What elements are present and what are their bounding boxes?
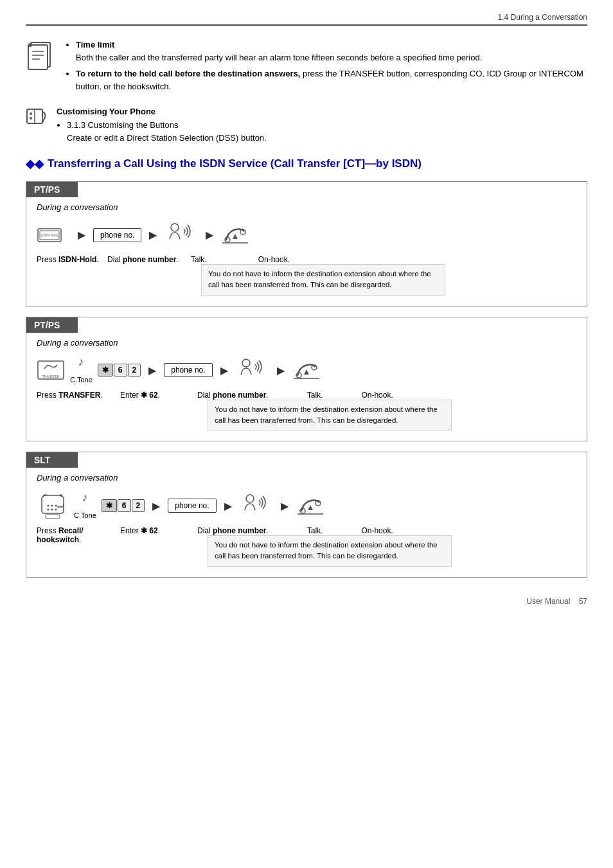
label-press-isdn: Press ISDN-Hold. xyxy=(37,255,101,264)
info-box-2: You do not have to inform the destinatio… xyxy=(208,400,452,431)
star-key-2: ✱ xyxy=(98,364,113,376)
svg-marker-17 xyxy=(233,234,238,239)
key-6-2: 6 xyxy=(114,364,127,376)
key-group-3: ✱ 6 2 xyxy=(102,499,145,512)
label-row-1: Press ISDN-Hold. Dial phone number. Talk… xyxy=(26,255,587,306)
svg-point-30 xyxy=(48,509,49,511)
ctone-label-2: C.Tone xyxy=(70,376,93,384)
note-content: Time limit Both the caller and the trans… xyxy=(66,39,587,96)
note-icon xyxy=(26,39,58,71)
arrow-1b: ▶ xyxy=(149,229,157,241)
talking-person-icon-3 xyxy=(240,492,273,520)
device-label-3: SLT xyxy=(26,452,78,468)
diamond-icons: ◆◆ xyxy=(26,157,44,171)
key-2-3: 2 xyxy=(132,499,145,512)
flow-row-3: ♪ C.Tone ✱ 6 2 ▶ phone no. ▶ ▶ xyxy=(26,485,587,526)
customise-content: Customising Your Phone 3.1.3 Customising… xyxy=(57,107,587,144)
onhook-icon-2 xyxy=(292,358,321,383)
label-press-recall: Press Recall/hookswitch. xyxy=(37,526,120,544)
talk-label-2: Talk. xyxy=(307,391,323,400)
info-box-3: You do not have to inform the destinatio… xyxy=(208,535,452,567)
page-header: 1.4 During a Conversation xyxy=(26,13,587,26)
during-conv-2: During a conversation xyxy=(26,333,587,350)
arrow-3b: ▶ xyxy=(224,500,232,512)
svg-text:♪: ♪ xyxy=(82,492,88,504)
device-block-3: SLT During a conversation xyxy=(26,452,587,578)
label-row-2: Press TRANSFER. Enter ✱ 62. Dial phone n… xyxy=(26,391,587,441)
label-press-transfer: Press TRANSFER. xyxy=(37,391,120,400)
onhook-label-2: On-hook. xyxy=(361,391,393,400)
svg-point-5 xyxy=(28,43,32,47)
svg-marker-25 xyxy=(304,369,309,375)
label-enter-star62-3: Enter ✱ 62. xyxy=(120,526,197,535)
arrow-3c: ▶ xyxy=(281,500,289,512)
bullet1-title: Time limit xyxy=(76,40,114,49)
page-footer: User Manual 57 xyxy=(26,597,587,606)
svg-text:♪: ♪ xyxy=(78,357,84,368)
phone-no-box-2: phone no. xyxy=(164,363,212,377)
footer-text: User Manual xyxy=(526,597,570,606)
star-key-3: ✱ xyxy=(102,499,117,512)
device-label-1: PT/PS xyxy=(26,182,78,197)
dial-label-2: Dial phone number. xyxy=(197,391,269,400)
talking-person-icon-1 xyxy=(164,221,198,249)
svg-point-34 xyxy=(246,495,254,502)
section-heading: ◆◆ Transferring a Call Using the ISDN Se… xyxy=(26,157,587,171)
device-block-1: PT/PS During a conversation (ISDN-Hold) … xyxy=(26,181,587,306)
flow-row-1: (ISDN-Hold) ▶ phone no. ▶ ▶ xyxy=(26,215,587,255)
svg-point-9 xyxy=(30,117,32,120)
dial-label-3: Dial phone number. xyxy=(197,526,269,535)
key-group-2: ✱ 6 2 xyxy=(98,364,141,376)
transfer-icon-2: TRANSFER xyxy=(37,359,65,382)
section-heading-text: Transferring a Call Using the ISDN Servi… xyxy=(48,157,422,170)
svg-rect-1 xyxy=(28,45,48,69)
device-label-2: PT/PS xyxy=(26,317,78,333)
onhook-label-3: On-hook. xyxy=(361,526,393,535)
during-conv-1: During a conversation xyxy=(26,197,587,215)
svg-text:(ISDN-Hold): (ISDN-Hold) xyxy=(40,233,58,237)
svg-point-29 xyxy=(55,505,57,507)
arrow-1c: ▶ xyxy=(206,229,213,241)
arrow-3a: ▶ xyxy=(152,500,160,512)
svg-text:TRANSFER: TRANSFER xyxy=(42,375,60,378)
flow-row-2: TRANSFER ♪ C.Tone ✱ 6 2 ▶ phone no. ▶ xyxy=(26,350,587,391)
talk-label-3: Talk. xyxy=(307,526,323,535)
device-block-2: PT/PS During a conversation TRANSFER ♪ C… xyxy=(26,317,587,442)
svg-point-32 xyxy=(55,509,57,511)
svg-point-27 xyxy=(48,505,49,507)
svg-point-13 xyxy=(171,224,179,231)
bullet1-text: Both the caller and the transferred part… xyxy=(76,53,482,62)
key-6-3: 6 xyxy=(118,499,131,512)
phone-no-box-1: phone no. xyxy=(93,228,141,242)
svg-point-21 xyxy=(242,359,250,367)
isdn-hold-item: (ISDN-Hold) xyxy=(37,224,70,247)
talking-person-icon-2 xyxy=(236,357,269,384)
svg-marker-38 xyxy=(308,505,313,510)
label-dial-phone-1: Dial phone number. xyxy=(101,255,191,264)
customise-section: Customising Your Phone 3.1.3 Customising… xyxy=(26,107,587,144)
ctone-label-3: C.Tone xyxy=(74,511,96,519)
arrow-1a: ▶ xyxy=(78,229,85,241)
customise-icon xyxy=(26,107,50,127)
bullet2-bold: To return to the held call before the de… xyxy=(76,69,300,78)
arrow-2b: ▶ xyxy=(220,364,228,376)
svg-point-28 xyxy=(51,505,53,507)
arrow-2a: ▶ xyxy=(148,364,156,376)
label-enter-star62-2: Enter ✱ 62. xyxy=(120,391,197,400)
talk-onhook-labels-2: Dial phone number. Talk. On-hook. xyxy=(197,391,576,400)
onhook-icon-3 xyxy=(296,493,324,518)
svg-point-31 xyxy=(51,509,53,511)
customise-title: Customising Your Phone xyxy=(57,107,587,116)
phone-no-box-3: phone no. xyxy=(168,499,216,513)
during-conv-3: During a conversation xyxy=(26,468,587,485)
svg-rect-26 xyxy=(46,515,60,518)
talk-onhook-labels-3: Dial phone number. Talk. On-hook. xyxy=(197,526,576,535)
customise-item1-sub: Create or edit a Direct Station Selectio… xyxy=(67,133,267,143)
info-box-1: You do not have to inform the destinatio… xyxy=(201,264,445,296)
key-2-2: 2 xyxy=(128,364,141,376)
ctone-item-3: ♪ C.Tone xyxy=(74,492,96,519)
onhook-label-1: On-hook. xyxy=(258,255,290,264)
note-section: Time limit Both the caller and the trans… xyxy=(26,39,587,96)
footer-page: 57 xyxy=(579,597,587,606)
svg-point-8 xyxy=(30,112,32,115)
